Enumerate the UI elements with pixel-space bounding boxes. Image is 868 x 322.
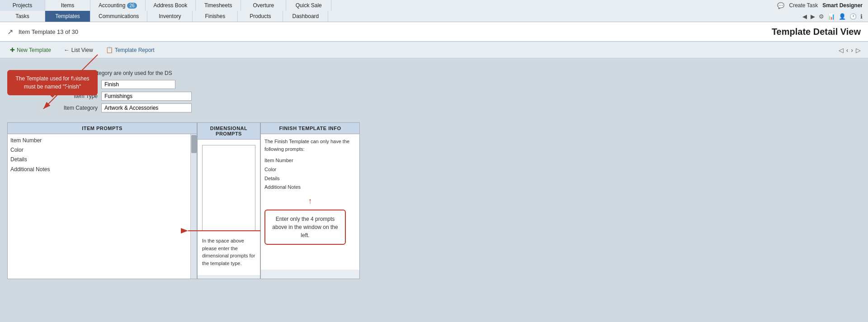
prompts-section: ITEM PROMPTS Item Number Color Details A…: [7, 122, 861, 279]
item-category-input[interactable]: [101, 103, 192, 112]
person-icon[interactable]: 👤: [839, 13, 846, 20]
nav-spacer-1: [331, 0, 772, 11]
list-view-button[interactable]: ← List View: [61, 46, 96, 54]
nav-templates[interactable]: Templates: [45, 11, 90, 22]
nav-quick-sale[interactable]: Quick Sale: [286, 0, 331, 11]
prompt-details: Details: [9, 155, 189, 164]
item-type-input[interactable]: [101, 92, 192, 101]
template-name-input[interactable]: [101, 80, 175, 89]
prompt-additional-notes: Additional Notes: [9, 165, 189, 174]
item-category-label: Item Category: [48, 105, 98, 111]
create-task-button[interactable]: Create Task: [789, 2, 818, 9]
nav-right-icons: ◀ ▶ ⚙ 📊 👤 🕐 ℹ: [797, 11, 868, 22]
nav-dashboard[interactable]: Dashboard: [283, 11, 328, 22]
clock-icon[interactable]: 🕐: [849, 13, 857, 20]
info-icon[interactable]: ℹ: [860, 13, 863, 20]
template-report-button[interactable]: 📋 Template Report: [103, 46, 157, 54]
finish-prompt-item-number: Item Number: [264, 156, 356, 165]
item-template-title: Item Template 13 of 30: [19, 28, 78, 35]
finish-info-text: The Finish Template can only have the fo…: [264, 138, 356, 153]
chart-icon[interactable]: 📊: [828, 13, 835, 20]
new-template-button[interactable]: ✚ New Template: [7, 46, 54, 54]
nav-accounting[interactable]: Accounting 26: [90, 0, 146, 11]
callout-enter-prompts: Enter only the 4 prompts above in the wi…: [264, 210, 346, 245]
finish-template-header: FINISH TEMPLATE INFO: [261, 123, 359, 134]
nav-spacer-2: [328, 11, 797, 22]
nav-communications[interactable]: Communications: [90, 11, 147, 22]
nav-finishes[interactable]: Finishes: [193, 11, 238, 22]
nav-items[interactable]: Items: [45, 0, 90, 11]
external-link-icon[interactable]: ↗: [7, 28, 13, 36]
view-title: Template Detail View: [772, 27, 861, 37]
report-icon: 📋: [106, 47, 113, 53]
item-prompts-scrollbar[interactable]: [190, 134, 197, 279]
dimensional-prompts-panel: DIMENSIONAL PROMPTS In the space above p…: [197, 122, 260, 279]
prompt-item-number: Item Number: [9, 136, 189, 145]
finish-prompts-list: Item Number Color Details Additional Not…: [264, 156, 356, 192]
nav-tasks[interactable]: Tasks: [0, 11, 45, 22]
prev-icon[interactable]: ▶: [811, 13, 815, 20]
prev-prev-icon[interactable]: ◀: [802, 13, 807, 20]
finish-prompt-details: Details: [264, 174, 356, 183]
finish-prompt-color: Color: [264, 165, 356, 174]
nav-row-2: Tasks Templates Communications Inventory…: [0, 11, 868, 22]
nav-inventory[interactable]: Inventory: [147, 11, 193, 22]
nav-row-1: Projects Items Accounting 26 Address Boo…: [0, 0, 868, 11]
prev-record-icon[interactable]: ‹: [846, 47, 849, 54]
prompt-color: Color: [9, 145, 189, 155]
item-category-row: Item Category: [48, 103, 192, 112]
item-prompts-panel: ITEM PROMPTS Item Number Color Details A…: [7, 122, 197, 279]
last-record-icon[interactable]: ▷: [856, 47, 861, 54]
action-bar: ✚ New Template ← List View 📋 Template Re…: [0, 42, 868, 58]
header-bar: ↗ Item Template 13 of 30 Template Detail…: [0, 22, 868, 42]
record-navigation: ◁ ‹ › ▷: [839, 47, 861, 54]
top-navigation: Projects Items Accounting 26 Address Boo…: [0, 0, 868, 22]
smart-designer-label: Smart Designer: [822, 2, 863, 9]
nav-products[interactable]: Products: [238, 11, 283, 22]
top-right-area: 💬 Create Task Smart Designer: [772, 0, 868, 11]
dimensional-note: In the space above please enter the dime…: [199, 234, 258, 270]
finish-template-content: The Finish Template can only have the fo…: [261, 134, 359, 270]
finish-prompt-additional-notes: Additional Notes: [264, 183, 356, 192]
dimensional-input-area[interactable]: [202, 145, 255, 231]
main-content: The Template used for finishes must be n…: [0, 58, 868, 322]
nav-address-book[interactable]: Address Book: [146, 0, 196, 11]
item-prompts-content: Item Number Color Details Additional Not…: [8, 134, 197, 279]
arrow-left-icon: ←: [64, 47, 70, 53]
first-record-icon[interactable]: ◁: [839, 47, 844, 54]
nav-overture[interactable]: Overture: [241, 0, 286, 11]
finish-template-panel: FINISH TEMPLATE INFO The Finish Template…: [260, 122, 360, 279]
callout-finish-name: The Template used for finishes must be n…: [7, 70, 98, 95]
plus-icon: ✚: [10, 47, 15, 53]
nav-timesheets[interactable]: Timesheets: [196, 0, 241, 11]
upward-arrow-icon: ↑: [308, 196, 312, 205]
dimensional-prompts-header: DIMENSIONAL PROMPTS: [198, 123, 260, 140]
nav-projects[interactable]: Projects: [0, 0, 45, 11]
settings-icon[interactable]: ⚙: [819, 13, 824, 20]
next-record-icon[interactable]: ›: [851, 47, 853, 54]
accounting-badge: 26: [127, 3, 137, 9]
scroll-thumb: [191, 135, 197, 153]
chat-icon: 💬: [777, 2, 784, 9]
item-prompts-header: ITEM PROMPTS: [8, 123, 197, 134]
dimensional-prompts-content: In the space above please enter the dime…: [198, 140, 260, 275]
